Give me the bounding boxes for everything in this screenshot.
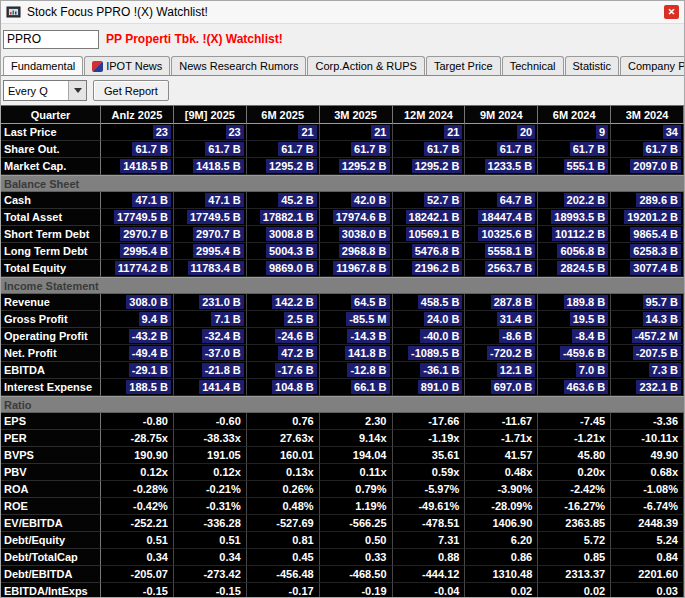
cell-value: 0.26%: [279, 482, 316, 496]
table-cell: -49.4 B: [101, 345, 174, 362]
cell-value: 289.6 B: [636, 193, 681, 207]
column-header-6m-2024: 6M 2024: [538, 105, 611, 124]
table-cell: 41.57: [465, 447, 538, 464]
row-label-roa: ROA: [1, 481, 101, 498]
table-cell: 45.80: [538, 447, 611, 464]
cell-value: -17.6 B: [275, 363, 317, 377]
tab-technical[interactable]: Technical: [502, 56, 564, 75]
cell-value: 17974.6 B: [333, 210, 390, 224]
table-cell: 14.3 B: [611, 311, 684, 328]
cell-value: 0.02: [581, 584, 608, 597]
table-cell: 21: [247, 124, 320, 141]
table-cell: 24.0 B: [393, 311, 466, 328]
cell-value: -1.08%: [640, 482, 681, 496]
cell-value: 64.7 B: [497, 193, 535, 207]
table-cell: 9.4 B: [101, 311, 174, 328]
tab-target-price[interactable]: Target Price: [426, 56, 501, 75]
table-cell: 0.48x: [465, 464, 538, 481]
tab-label: Target Price: [434, 60, 493, 72]
table-cell: 191.05: [174, 447, 247, 464]
tab-fundamental[interactable]: Fundamental: [3, 56, 83, 76]
cell-value: 14.3 B: [643, 312, 681, 326]
table-cell: -0.31%: [174, 498, 247, 515]
cell-value: -205.07: [128, 567, 171, 581]
cell-value: 21: [298, 125, 316, 139]
table-cell: 5.72: [538, 532, 611, 549]
row-label-ebitda-intexps: EBITDA/IntExps: [1, 583, 101, 597]
table-cell: 61.7 B: [247, 141, 320, 158]
cell-value: -28.09%: [488, 499, 535, 513]
cell-value: 9869.0 B: [266, 261, 317, 275]
tab-corp-action-rups[interactable]: Corp.Action & RUPS: [307, 56, 424, 75]
table-cell: -456.48: [247, 566, 320, 583]
table-cell: 2097.0 B: [611, 158, 684, 175]
table-cell: 231.0 B: [174, 294, 247, 311]
table-cell: -16.27%: [538, 498, 611, 515]
column-header-6m-2025: 6M 2025: [247, 105, 320, 124]
cell-value: -2.42%: [567, 482, 608, 496]
cell-value: -1.71x: [498, 431, 535, 445]
table-cell: -6.74%: [611, 498, 684, 515]
chevron-down-icon[interactable]: [68, 81, 86, 100]
close-button[interactable]: ✕: [664, 5, 679, 19]
watchlist-label: PP Properti Tbk. !(X) Watchlist!: [106, 32, 283, 46]
row-label-operating-profit: Operating Profit: [1, 328, 101, 345]
table-cell: 6056.8 B: [538, 243, 611, 260]
table-cell: 0.76: [247, 413, 320, 430]
cell-value: -720.2 B: [487, 346, 535, 360]
table-cell: 0.51: [174, 532, 247, 549]
table-cell: 34: [611, 124, 684, 141]
table-cell: 1406.90: [465, 515, 538, 532]
table-cell: 61.7 B: [174, 141, 247, 158]
cell-value: -1.19x: [425, 431, 462, 445]
cell-value: 2968.8 B: [339, 244, 390, 258]
cell-value: -1089.5 B: [408, 346, 462, 360]
table-cell: -336.28: [174, 515, 247, 532]
table-cell: 697.0 B: [465, 379, 538, 396]
table-cell: 0.34: [174, 549, 247, 566]
table-cell: -2.42%: [538, 481, 611, 498]
table-cell: -17.66: [393, 413, 466, 430]
cell-value: -28.75x: [128, 431, 171, 445]
cell-value: 45.2 B: [278, 193, 316, 207]
cell-value: -444.12: [419, 567, 462, 581]
table-cell: 5558.1 B: [465, 243, 538, 260]
symbol-input[interactable]: [3, 30, 99, 49]
cell-value: 31.4 B: [497, 312, 535, 326]
cell-value: 17882.1 B: [260, 210, 317, 224]
cell-value: 41.57: [502, 448, 536, 462]
cell-value: 141.4 B: [199, 380, 244, 394]
tab-ipot-news[interactable]: IPOT News: [84, 56, 170, 75]
table-cell: 61.7 B: [101, 141, 174, 158]
cell-value: 160.01: [277, 448, 317, 462]
tab-statistic[interactable]: Statistic: [565, 56, 620, 75]
cell-value: -16.27%: [561, 499, 608, 513]
table-cell: -205.07: [101, 566, 174, 583]
table-cell: 11967.8 B: [320, 260, 393, 277]
cell-value: 17749.5 B: [114, 210, 171, 224]
cell-value: 11967.8 B: [333, 261, 389, 275]
column-header-3m-2025: 3M 2025: [320, 105, 393, 124]
report-controls: Every Q Get Report: [1, 76, 684, 105]
cell-value: 11783.4 B: [188, 261, 244, 275]
get-report-button[interactable]: Get Report: [93, 80, 169, 101]
table-cell: -468.50: [320, 566, 393, 583]
table-cell: 0.88: [393, 549, 466, 566]
cell-value: 0.45: [289, 550, 316, 564]
table-cell: 0.12x: [101, 464, 174, 481]
cell-value: 27.63x: [277, 431, 317, 445]
tab-company-profile[interactable]: Company Profile: [620, 56, 684, 75]
table-cell: 49.90: [611, 447, 684, 464]
table-cell: 0.45: [247, 549, 320, 566]
cell-value: -10.11x: [638, 431, 681, 445]
row-label-roe: ROE: [1, 498, 101, 515]
cell-value: 0.11x: [357, 465, 390, 479]
table-cell: 0.02: [465, 583, 538, 597]
table-cell: -1.21x: [538, 430, 611, 447]
period-dropdown[interactable]: Every Q: [3, 80, 87, 101]
tab-news-research-rumors[interactable]: News Research Rumors: [171, 56, 306, 75]
cell-value: -40.0 B: [420, 329, 462, 343]
table-cell: 31.4 B: [465, 311, 538, 328]
cell-value: 2313.37: [562, 567, 608, 581]
cell-value: -0.17: [286, 584, 317, 597]
